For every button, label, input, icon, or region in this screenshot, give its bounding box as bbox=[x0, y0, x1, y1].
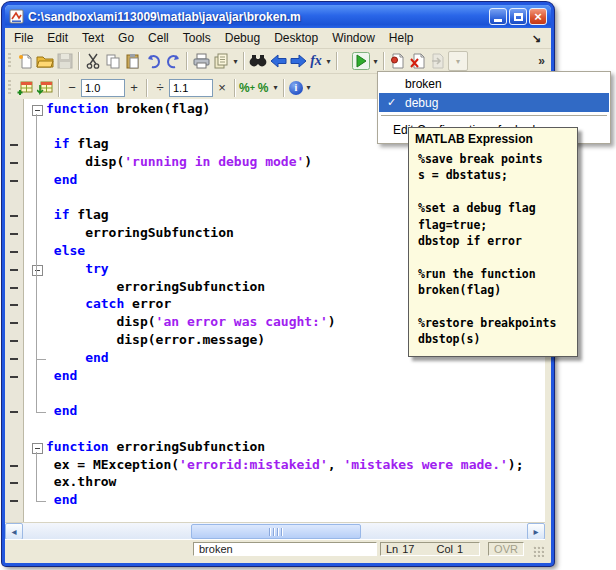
menu-item-text[interactable]: Text bbox=[75, 29, 111, 47]
executable-line-dash[interactable] bbox=[10, 304, 18, 306]
executable-line-dash[interactable] bbox=[10, 233, 18, 235]
code-line[interactable]: try bbox=[46, 261, 109, 279]
maximize-button[interactable] bbox=[509, 8, 527, 25]
scroll-left-button[interactable]: ◂ bbox=[5, 523, 23, 540]
scrollbar-track[interactable] bbox=[23, 523, 527, 540]
breakpoint-gutter[interactable] bbox=[5, 99, 24, 522]
executable-line-dash[interactable] bbox=[10, 180, 18, 182]
go-forward-button[interactable] bbox=[288, 51, 308, 71]
fold-collapse-icon[interactable] bbox=[32, 443, 43, 454]
step-button[interactable] bbox=[428, 51, 448, 71]
executable-line-dash[interactable] bbox=[10, 322, 18, 324]
divisor-field[interactable] bbox=[81, 79, 125, 97]
menu-item-window[interactable]: Window bbox=[325, 29, 382, 47]
fold-collapse-icon[interactable] bbox=[32, 105, 43, 116]
close-button[interactable]: × bbox=[529, 8, 547, 25]
increase-button[interactable]: + bbox=[125, 80, 143, 95]
code-line[interactable]: catch error bbox=[46, 296, 171, 314]
scrollbar-thumb[interactable] bbox=[191, 524, 361, 539]
code-line[interactable]: end bbox=[46, 350, 109, 368]
paste-button[interactable] bbox=[123, 51, 143, 71]
executable-line-dash[interactable] bbox=[10, 376, 18, 378]
executable-line-dash[interactable] bbox=[10, 287, 18, 289]
menu-item-cell[interactable]: Cell bbox=[141, 29, 176, 47]
code-line[interactable]: ex = MException('errorid:mistakeid', 'mi… bbox=[46, 457, 523, 475]
menu-item-file[interactable]: File bbox=[7, 29, 40, 47]
undo-button[interactable] bbox=[143, 51, 163, 71]
menu-item-broken[interactable]: broken bbox=[379, 74, 609, 93]
minimize-button[interactable] bbox=[489, 8, 507, 25]
code-line[interactable]: erroringSubfunction bbox=[46, 225, 234, 243]
code-line[interactable]: else bbox=[46, 243, 85, 261]
multiplier-field[interactable] bbox=[169, 79, 213, 97]
menu-item-edit[interactable]: Edit bbox=[40, 29, 75, 47]
save-button[interactable] bbox=[55, 51, 75, 71]
executable-line-dash[interactable] bbox=[10, 482, 18, 484]
executable-line-dash[interactable] bbox=[10, 340, 18, 342]
copy-button[interactable] bbox=[103, 51, 123, 71]
code-line[interactable]: function erroringSubfunction bbox=[46, 439, 265, 457]
scroll-right-button[interactable]: ▸ bbox=[527, 523, 545, 540]
executable-line-dash[interactable] bbox=[10, 269, 18, 271]
insert-cell-button[interactable] bbox=[15, 78, 35, 98]
function-browser-button[interactable]: fx bbox=[308, 51, 324, 71]
code-line[interactable]: disp('an error was caught:') bbox=[46, 314, 336, 332]
code-line[interactable]: function broken(flag) bbox=[46, 101, 210, 119]
multiply-button[interactable]: × bbox=[213, 80, 231, 95]
info-button[interactable]: i bbox=[288, 78, 304, 98]
toolbar-overflow-chevron[interactable]: » bbox=[538, 54, 545, 68]
set-breakpoint-button[interactable] bbox=[388, 51, 408, 71]
menu-item-debug[interactable]: Debug bbox=[218, 29, 267, 47]
code-line[interactable]: if flag bbox=[46, 207, 109, 225]
divide-button[interactable]: ÷ bbox=[151, 80, 169, 95]
run-dropdown-caret-icon[interactable]: ▾ bbox=[371, 57, 380, 66]
code-line[interactable]: end bbox=[46, 172, 77, 190]
executable-line-dash[interactable] bbox=[10, 500, 18, 502]
evaluate-cell-button[interactable]: %+ bbox=[239, 78, 255, 98]
fx-dropdown-caret-icon[interactable]: ▾ bbox=[324, 57, 333, 66]
menu-item-tools[interactable]: Tools bbox=[176, 29, 218, 47]
code-line[interactable]: ex.throw bbox=[46, 474, 116, 492]
cut-button[interactable] bbox=[83, 51, 103, 71]
decrease-button[interactable]: − bbox=[63, 80, 81, 95]
executable-line-dash[interactable] bbox=[10, 215, 18, 217]
code-line[interactable]: disp(error.message) bbox=[46, 332, 265, 350]
executable-line-dash[interactable] bbox=[10, 465, 18, 467]
find-button[interactable] bbox=[248, 51, 268, 71]
toolbar-grip[interactable] bbox=[8, 80, 11, 96]
menu-overflow-arrow-icon[interactable]: ↘ bbox=[532, 32, 541, 45]
reports-dropdown-caret-icon[interactable]: ▾ bbox=[231, 57, 240, 66]
executable-line-dash[interactable] bbox=[10, 358, 18, 360]
menu-item-go[interactable]: Go bbox=[111, 29, 141, 47]
resize-grip[interactable] bbox=[532, 545, 544, 557]
clear-breakpoints-button[interactable] bbox=[408, 51, 428, 71]
new-file-button[interactable] bbox=[15, 51, 35, 71]
cell-dropdown-caret-icon[interactable]: ▾ bbox=[271, 83, 280, 92]
menu-item-desktop[interactable]: Desktop bbox=[267, 29, 325, 47]
evaluate-advance-button[interactable]: % bbox=[255, 78, 271, 98]
continue-dropdown-button[interactable]: ▾ bbox=[448, 51, 468, 71]
code-line[interactable]: end bbox=[46, 492, 77, 510]
menu-item-help[interactable]: Help bbox=[382, 29, 421, 47]
print-button[interactable] bbox=[191, 51, 211, 71]
executable-line-dash[interactable] bbox=[10, 251, 18, 253]
code-line[interactable]: end bbox=[46, 403, 77, 421]
code-line[interactable]: if flag bbox=[46, 136, 109, 154]
go-back-button[interactable] bbox=[268, 51, 288, 71]
next-cell-button[interactable] bbox=[35, 78, 55, 98]
horizontal-scrollbar[interactable]: ◂ ▸ bbox=[5, 522, 545, 540]
redo-button[interactable] bbox=[163, 51, 183, 71]
executable-line-dash[interactable] bbox=[10, 411, 18, 413]
toolbar-grip[interactable] bbox=[8, 53, 11, 69]
code-line[interactable]: erroringSubfunction bbox=[46, 279, 265, 297]
open-file-button[interactable] bbox=[35, 51, 55, 71]
menu-item-debug[interactable]: ✓ debug bbox=[379, 93, 609, 112]
fold-collapse-icon[interactable] bbox=[32, 265, 43, 276]
executable-line-dash[interactable] bbox=[10, 144, 18, 146]
reports-button[interactable] bbox=[211, 51, 231, 71]
info-dropdown-caret-icon[interactable]: ▾ bbox=[304, 83, 313, 92]
code-line[interactable]: disp('running in debug mode') bbox=[46, 154, 312, 172]
code-line[interactable]: end bbox=[46, 368, 77, 386]
run-button[interactable] bbox=[351, 51, 371, 71]
title-bar[interactable]: C:\sandbox\ami113009\matlab\java\jar\bro… bbox=[5, 5, 551, 28]
